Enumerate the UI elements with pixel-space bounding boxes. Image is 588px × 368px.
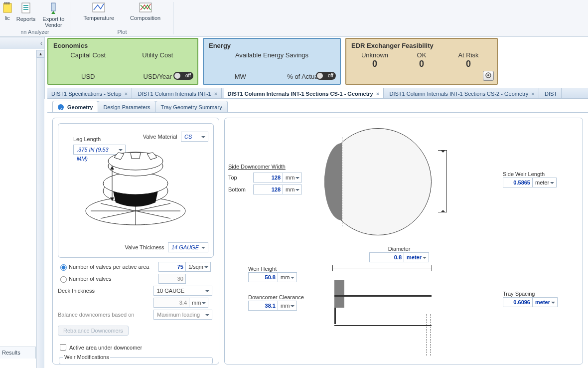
atrisk-value: 0: [445, 59, 492, 69]
collapse-left-icon[interactable]: ‹: [40, 40, 42, 47]
svg-rect-5: [23, 5, 28, 6]
reports-icon: [14, 2, 38, 15]
document-tabs: DIST1 Specifications - Setup× DIST1 Colu…: [47, 88, 588, 99]
edr-settings-button[interactable]: [483, 71, 494, 81]
weir-height-unit[interactable]: mm: [278, 272, 297, 282]
energy-card: Energy Available Energy Savings MW % of …: [203, 38, 341, 85]
valves-per-area-input[interactable]: [158, 262, 186, 272]
ribbon-group-analyzer-label: nn Analyzer: [0, 29, 70, 35]
balance-label: Balance downcomers based on: [58, 312, 153, 318]
valves-label: Number of valves: [69, 276, 158, 282]
energy-title: Energy: [209, 42, 335, 49]
close-icon[interactable]: ×: [376, 91, 379, 97]
valves-radio[interactable]: [60, 276, 67, 283]
close-icon[interactable]: ×: [214, 91, 217, 97]
ribbon-group-analyzer: lic Reports Export to Vendor nn Analyzer: [0, 0, 70, 36]
tab-design-parameters[interactable]: Design Parameters: [98, 101, 155, 113]
temperature-button[interactable]: Temperature: [76, 0, 121, 26]
balance-select[interactable]: Maximum loading: [153, 310, 212, 320]
economics-card: Economics Capital Cost USD Utility Cost …: [47, 38, 198, 85]
diameter-unit[interactable]: meter: [404, 252, 429, 262]
side-downcomer-title: Side Downcomer Width: [228, 164, 286, 170]
deck-thickness-mm-unit[interactable]: mm: [189, 298, 208, 308]
dc-top-unit[interactable]: mm: [283, 173, 302, 183]
close-icon[interactable]: ×: [125, 91, 128, 97]
doctab-0[interactable]: DIST1 Specifications - Setup×: [47, 88, 132, 99]
leg-length-label: Leg Length: [73, 136, 101, 142]
svg-rect-6: [23, 7, 28, 8]
deck-thickness-select[interactable]: 10 GAUGE: [153, 286, 212, 296]
svg-rect-1: [4, 2, 5, 4]
mw-label: MW: [209, 73, 272, 80]
export-vendor-button[interactable]: Export to Vendor: [39, 0, 67, 26]
unknown-value: 0: [351, 59, 398, 69]
tray-spacing-unit[interactable]: meter: [533, 297, 558, 307]
valve-illustration: [78, 144, 193, 228]
doctab-4[interactable]: DIST: [541, 88, 562, 99]
composition-button[interactable]: Composition: [123, 0, 168, 26]
composition-label: Composition: [130, 15, 160, 21]
composition-plot-icon: [123, 2, 168, 14]
ribbon-group-plot: Temperature Composition Plot: [72, 0, 172, 36]
weir-height-input[interactable]: [248, 272, 278, 282]
valve-thickness-select[interactable]: 14 GAUGE: [168, 242, 208, 252]
notepad-icon: [2, 2, 12, 14]
tray-top-diagram: [324, 128, 432, 235]
doctab-2[interactable]: DIST1 Column Internals INT-1 Sections CS…: [224, 88, 384, 99]
svg-rect-0: [3, 3, 11, 12]
doctab-1[interactable]: DIST1 Column Internals INT-1×: [134, 88, 222, 99]
left-panel-scrollbar[interactable]: [36, 58, 44, 368]
left-panel-header: ‹: [0, 37, 45, 49]
valve-inner-panel: Leg Length .375 IN (9.53 MM) Valve Mater…: [58, 123, 214, 258]
doctab-3[interactable]: DIST1 Column Internals INT-1 Sections CS…: [385, 88, 539, 99]
rebalance-button: Rebalance Downcomers: [58, 326, 129, 336]
tab-tray-summary[interactable]: Tray Geometry Summary: [155, 101, 228, 113]
ok-label: OK: [398, 51, 445, 59]
dc-top-input[interactable]: [253, 173, 283, 183]
tab-geometry[interactable]: Geometry: [52, 101, 98, 113]
form-subtabs: Geometry Design Parameters Tray Geometry…: [52, 101, 227, 113]
valves-per-area-radio[interactable]: [60, 264, 67, 271]
dc-clearance-label: Downcomer Clearance: [248, 294, 304, 300]
lic-button[interactable]: lic: [2, 0, 12, 26]
diameter-block: Diameter meter: [349, 245, 449, 264]
diameter-label: Diameter: [388, 246, 411, 252]
diagram-panel: Side Downcomer Width Top mm Bottom mm Si…: [224, 118, 583, 365]
dc-bottom-unit[interactable]: mm: [283, 184, 302, 194]
side-weir-input[interactable]: [503, 178, 533, 187]
close-icon[interactable]: ×: [531, 91, 534, 97]
valve-thickness-label: Valve Thickness: [125, 244, 164, 250]
geometry-form: Leg Length .375 IN (9.53 MM) Valve Mater…: [47, 112, 588, 368]
side-weir-unit[interactable]: meter: [533, 178, 557, 187]
lic-label: lic: [4, 15, 9, 21]
left-panel-toggle[interactable]: ▴: [36, 50, 44, 58]
utility-cost-label: Utility Cost: [123, 51, 193, 59]
valve-material-label: Valve Material: [143, 134, 177, 140]
valve-panel: Leg Length .375 IN (9.53 MM) Valve Mater…: [52, 118, 219, 365]
tray-spacing-label: Tray Spacing: [503, 291, 535, 297]
usd-label: USD: [53, 73, 123, 80]
economics-toggle[interactable]: off: [173, 72, 193, 80]
edr-title: EDR Exchanger Feasibility: [351, 42, 492, 49]
temperature-label: Temperature: [83, 15, 114, 21]
valve-material-select[interactable]: CS: [181, 132, 208, 142]
svg-point-12: [487, 74, 489, 76]
tray-spacing-block: Tray Spacing meter: [503, 290, 568, 309]
valves-per-area-unit[interactable]: 1/sqm: [186, 262, 211, 272]
active-area-checkbox[interactable]: [60, 344, 66, 351]
dc-top-label: Top: [228, 175, 253, 181]
svg-rect-3: [8, 2, 9, 4]
reports-button[interactable]: Reports: [14, 0, 38, 26]
edr-card: EDR Exchanger Feasibility Unknown 0 OK 0…: [345, 38, 498, 85]
valves-per-area-label: Number of valves per active area: [69, 264, 158, 270]
dc-clearance-unit[interactable]: mm: [278, 301, 297, 311]
dc-bottom-label: Bottom: [228, 186, 253, 192]
unknown-label: Unknown: [351, 51, 398, 59]
svg-rect-2: [6, 2, 7, 4]
energy-toggle[interactable]: off: [316, 72, 336, 80]
deck-thickness-mm-input: [153, 298, 189, 308]
dc-clearance-input[interactable]: [248, 301, 278, 311]
dc-bottom-input[interactable]: [253, 184, 283, 194]
diameter-input[interactable]: [369, 252, 404, 262]
tray-spacing-input[interactable]: [503, 297, 533, 307]
